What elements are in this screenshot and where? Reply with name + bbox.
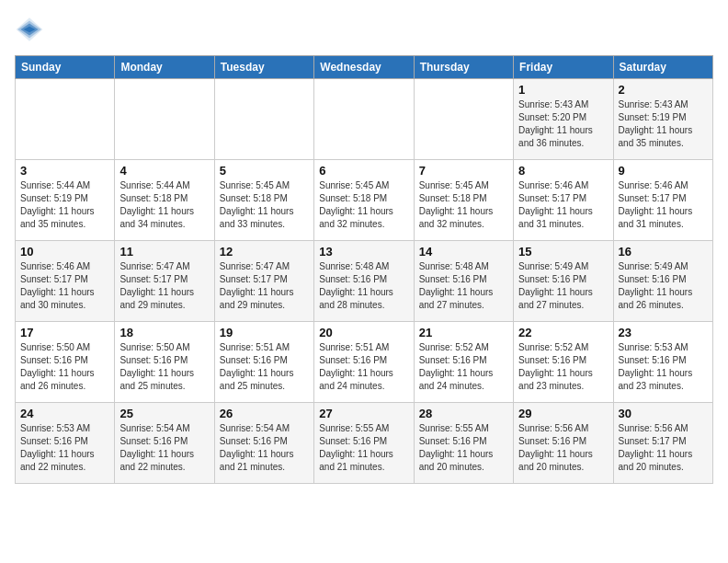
day-info: Sunrise: 5:43 AM Sunset: 5:20 PM Dayligh… — [518, 98, 608, 150]
calendar-cell — [414, 79, 513, 160]
logo — [15, 15, 48, 44]
day-info: Sunrise: 5:53 AM Sunset: 5:16 PM Dayligh… — [619, 341, 708, 393]
calendar-cell: 19Sunrise: 5:51 AM Sunset: 5:16 PM Dayli… — [214, 322, 313, 403]
calendar-cell: 14Sunrise: 5:48 AM Sunset: 5:16 PM Dayli… — [414, 241, 513, 322]
day-number: 8 — [518, 164, 608, 178]
calendar-cell — [115, 79, 214, 160]
day-number: 29 — [518, 407, 608, 420]
calendar-header: SundayMondayTuesdayWednesdayThursdayFrid… — [16, 56, 713, 79]
calendar-cell: 24Sunrise: 5:53 AM Sunset: 5:16 PM Dayli… — [16, 403, 115, 484]
calendar-cell: 27Sunrise: 5:55 AM Sunset: 5:16 PM Dayli… — [314, 403, 414, 484]
day-info: Sunrise: 5:45 AM Sunset: 5:18 PM Dayligh… — [319, 179, 408, 231]
calendar-cell: 29Sunrise: 5:56 AM Sunset: 5:16 PM Dayli… — [514, 403, 613, 484]
calendar-cell: 7Sunrise: 5:45 AM Sunset: 5:18 PM Daylig… — [414, 160, 513, 241]
weekday-header-monday: Monday — [115, 56, 214, 79]
calendar-cell: 30Sunrise: 5:56 AM Sunset: 5:17 PM Dayli… — [613, 403, 712, 484]
weekday-header-wednesday: Wednesday — [314, 56, 414, 79]
day-info: Sunrise: 5:44 AM Sunset: 5:19 PM Dayligh… — [20, 179, 109, 231]
day-number: 22 — [518, 326, 608, 339]
calendar-cell: 6Sunrise: 5:45 AM Sunset: 5:18 PM Daylig… — [314, 160, 414, 241]
calendar-cell: 22Sunrise: 5:52 AM Sunset: 5:16 PM Dayli… — [514, 322, 613, 403]
day-info: Sunrise: 5:51 AM Sunset: 5:16 PM Dayligh… — [220, 341, 309, 393]
calendar-cell: 21Sunrise: 5:52 AM Sunset: 5:16 PM Dayli… — [414, 322, 513, 403]
day-number: 9 — [619, 164, 708, 178]
day-number: 17 — [20, 326, 109, 339]
calendar-cell — [214, 79, 313, 160]
calendar-cell: 16Sunrise: 5:49 AM Sunset: 5:16 PM Dayli… — [613, 241, 712, 322]
day-number: 14 — [419, 245, 508, 259]
logo-icon — [15, 15, 44, 44]
calendar-cell: 17Sunrise: 5:50 AM Sunset: 5:16 PM Dayli… — [16, 322, 115, 403]
weekday-header-thursday: Thursday — [414, 56, 513, 79]
day-number: 10 — [20, 245, 109, 259]
calendar-table: SundayMondayTuesdayWednesdayThursdayFrid… — [15, 55, 713, 484]
day-number: 27 — [319, 407, 408, 420]
day-number: 19 — [220, 326, 309, 339]
day-info: Sunrise: 5:52 AM Sunset: 5:16 PM Dayligh… — [518, 341, 608, 393]
weekday-header-sunday: Sunday — [16, 56, 115, 79]
day-info: Sunrise: 5:48 AM Sunset: 5:16 PM Dayligh… — [319, 260, 408, 312]
day-number: 6 — [319, 164, 408, 178]
calendar-cell: 10Sunrise: 5:46 AM Sunset: 5:17 PM Dayli… — [16, 241, 115, 322]
day-info: Sunrise: 5:56 AM Sunset: 5:17 PM Dayligh… — [619, 422, 708, 474]
calendar-cell: 3Sunrise: 5:44 AM Sunset: 5:19 PM Daylig… — [16, 160, 115, 241]
day-info: Sunrise: 5:55 AM Sunset: 5:16 PM Dayligh… — [419, 422, 508, 474]
day-number: 24 — [20, 407, 109, 420]
day-info: Sunrise: 5:46 AM Sunset: 5:17 PM Dayligh… — [518, 179, 608, 231]
day-info: Sunrise: 5:45 AM Sunset: 5:18 PM Dayligh… — [419, 179, 508, 231]
calendar-cell — [16, 79, 115, 160]
calendar-week-5: 24Sunrise: 5:53 AM Sunset: 5:16 PM Dayli… — [16, 403, 713, 484]
day-info: Sunrise: 5:47 AM Sunset: 5:17 PM Dayligh… — [119, 260, 209, 312]
weekday-header-tuesday: Tuesday — [214, 56, 313, 79]
day-number: 15 — [518, 245, 608, 259]
day-number: 13 — [319, 245, 408, 259]
calendar-cell: 13Sunrise: 5:48 AM Sunset: 5:16 PM Dayli… — [314, 241, 414, 322]
calendar-cell: 4Sunrise: 5:44 AM Sunset: 5:18 PM Daylig… — [115, 160, 214, 241]
calendar-cell: 20Sunrise: 5:51 AM Sunset: 5:16 PM Dayli… — [314, 322, 414, 403]
day-number: 25 — [119, 407, 209, 420]
weekday-header-friday: Friday — [514, 56, 613, 79]
day-info: Sunrise: 5:55 AM Sunset: 5:16 PM Dayligh… — [319, 422, 408, 474]
day-info: Sunrise: 5:54 AM Sunset: 5:16 PM Dayligh… — [119, 422, 209, 474]
day-info: Sunrise: 5:44 AM Sunset: 5:18 PM Dayligh… — [119, 179, 209, 231]
day-info: Sunrise: 5:49 AM Sunset: 5:16 PM Dayligh… — [619, 260, 708, 312]
day-number: 21 — [419, 326, 508, 339]
calendar-cell: 1Sunrise: 5:43 AM Sunset: 5:20 PM Daylig… — [514, 79, 613, 160]
calendar-cell: 5Sunrise: 5:45 AM Sunset: 5:18 PM Daylig… — [214, 160, 313, 241]
day-info: Sunrise: 5:48 AM Sunset: 5:16 PM Dayligh… — [419, 260, 508, 312]
calendar-body: 1Sunrise: 5:43 AM Sunset: 5:20 PM Daylig… — [16, 79, 713, 484]
day-info: Sunrise: 5:47 AM Sunset: 5:17 PM Dayligh… — [220, 260, 309, 312]
day-info: Sunrise: 5:50 AM Sunset: 5:16 PM Dayligh… — [119, 341, 209, 393]
day-number: 1 — [518, 83, 608, 97]
calendar-week-3: 10Sunrise: 5:46 AM Sunset: 5:17 PM Dayli… — [16, 241, 713, 322]
day-number: 20 — [319, 326, 408, 339]
day-number: 23 — [619, 326, 708, 339]
day-info: Sunrise: 5:49 AM Sunset: 5:16 PM Dayligh… — [518, 260, 608, 312]
calendar-cell: 26Sunrise: 5:54 AM Sunset: 5:16 PM Dayli… — [214, 403, 313, 484]
day-number: 18 — [119, 326, 209, 339]
calendar-cell: 15Sunrise: 5:49 AM Sunset: 5:16 PM Dayli… — [514, 241, 613, 322]
day-info: Sunrise: 5:53 AM Sunset: 5:16 PM Dayligh… — [20, 422, 109, 474]
day-number: 16 — [619, 245, 708, 259]
day-info: Sunrise: 5:52 AM Sunset: 5:16 PM Dayligh… — [419, 341, 508, 393]
day-number: 11 — [119, 245, 209, 259]
calendar-cell: 23Sunrise: 5:53 AM Sunset: 5:16 PM Dayli… — [613, 322, 712, 403]
day-info: Sunrise: 5:43 AM Sunset: 5:19 PM Dayligh… — [619, 98, 708, 150]
calendar-cell: 8Sunrise: 5:46 AM Sunset: 5:17 PM Daylig… — [514, 160, 613, 241]
day-number: 7 — [419, 164, 508, 178]
day-info: Sunrise: 5:56 AM Sunset: 5:16 PM Dayligh… — [518, 422, 608, 474]
day-number: 5 — [220, 164, 309, 178]
calendar-cell: 12Sunrise: 5:47 AM Sunset: 5:17 PM Dayli… — [214, 241, 313, 322]
calendar-cell: 28Sunrise: 5:55 AM Sunset: 5:16 PM Dayli… — [414, 403, 513, 484]
day-number: 28 — [419, 407, 508, 420]
calendar-cell: 11Sunrise: 5:47 AM Sunset: 5:17 PM Dayli… — [115, 241, 214, 322]
calendar-cell: 9Sunrise: 5:46 AM Sunset: 5:17 PM Daylig… — [613, 160, 712, 241]
day-info: Sunrise: 5:54 AM Sunset: 5:16 PM Dayligh… — [220, 422, 309, 474]
day-number: 26 — [220, 407, 309, 420]
weekday-header-row: SundayMondayTuesdayWednesdayThursdayFrid… — [16, 56, 713, 79]
calendar-cell: 18Sunrise: 5:50 AM Sunset: 5:16 PM Dayli… — [115, 322, 214, 403]
day-info: Sunrise: 5:45 AM Sunset: 5:18 PM Dayligh… — [220, 179, 309, 231]
day-info: Sunrise: 5:50 AM Sunset: 5:16 PM Dayligh… — [20, 341, 109, 393]
calendar-week-4: 17Sunrise: 5:50 AM Sunset: 5:16 PM Dayli… — [16, 322, 713, 403]
day-number: 30 — [619, 407, 708, 420]
